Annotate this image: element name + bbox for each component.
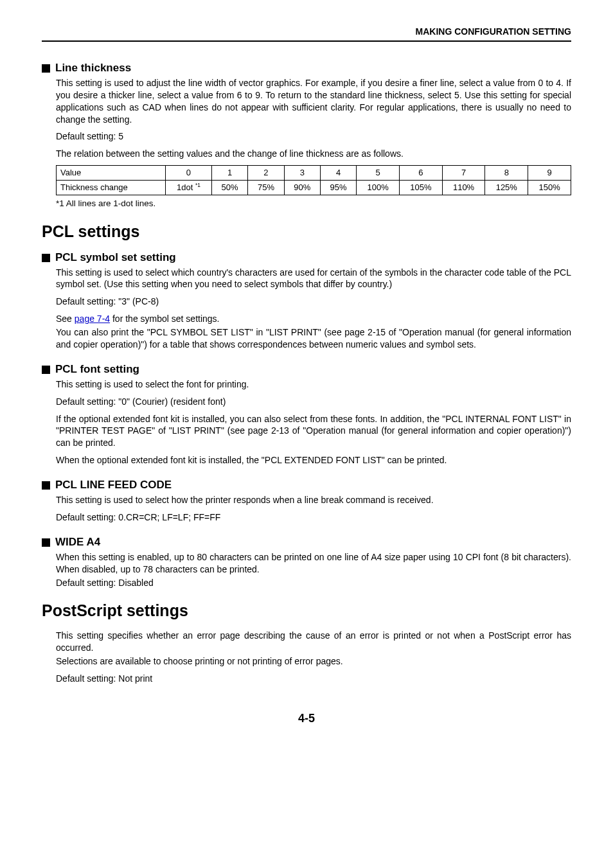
heading-postscript: PostScript settings <box>42 600 571 622</box>
pcl-symbol-body2: You can also print the "PCL SYMBOL SET L… <box>56 326 571 351</box>
postscript-default: Default setting: Not print <box>56 673 571 685</box>
cell-value: 5 <box>357 166 400 181</box>
pcl-symbol-desc: This setting is used to select which cou… <box>56 267 571 291</box>
cell-value: 0 <box>165 166 211 181</box>
bullet-square-icon <box>42 481 50 490</box>
postscript-desc: This setting specifies whether an error … <box>56 630 571 654</box>
see-prefix: See <box>56 314 75 324</box>
body-postscript: This setting specifies whether an error … <box>42 630 571 685</box>
cell-value: 2 <box>248 166 284 181</box>
postscript-body2: Selections are available to choose print… <box>56 655 571 668</box>
line-thickness-desc: This setting is used to adjust the line … <box>56 77 571 126</box>
bullet-square-icon <box>42 64 50 73</box>
cell-change: 75% <box>248 180 284 195</box>
cell-value: 4 <box>320 166 356 181</box>
pcl-symbol-default: Default setting: "3" (PC-8) <box>56 296 571 308</box>
bullet-square-icon <box>42 538 50 547</box>
cell-value: 3 <box>284 166 320 181</box>
line-thickness-default: Default setting: 5 <box>56 130 571 143</box>
cell-change: 150% <box>528 180 571 195</box>
cell-change-text: 1dot <box>177 182 195 192</box>
wide-a4-desc: When this setting is enabled, up to 80 c… <box>56 551 571 576</box>
heading-row: PCL LINE FEED CODE <box>42 478 571 493</box>
cell-change: 105% <box>399 180 442 195</box>
pcl-font-body2: If the optional extended font kit is ins… <box>56 413 571 450</box>
cell-value: 9 <box>528 166 571 181</box>
body-wide-a4: When this setting is enabled, up to 80 c… <box>42 551 571 589</box>
pcl-symbol-see: See page 7-4 for the symbol set settings… <box>56 313 571 325</box>
cell-change: 90% <box>284 180 320 195</box>
section-pcl-symbol: PCL symbol set setting This setting is u… <box>42 251 571 351</box>
page-number: 4-5 <box>42 711 571 726</box>
heading-row: Line thickness <box>42 61 571 76</box>
heading-pcl-linefeed: PCL LINE FEED CODE <box>55 478 172 493</box>
section-pcl-linefeed: PCL LINE FEED CODE This setting is used … <box>42 478 571 524</box>
section-pcl-font: PCL font setting This setting is used to… <box>42 362 571 466</box>
section-line-thickness: Line thickness This setting is used to a… <box>42 61 571 209</box>
section-wide-a4: WIDE A4 When this setting is enabled, up… <box>42 535 571 589</box>
cell-value: 7 <box>442 166 485 181</box>
heading-line-thickness: Line thickness <box>55 61 131 76</box>
heading-wide-a4: WIDE A4 <box>55 535 100 550</box>
table-footnote: *1 All lines are 1-dot lines. <box>42 198 571 209</box>
wide-a4-default: Default setting: Disabled <box>56 577 571 589</box>
bullet-square-icon <box>42 254 50 262</box>
cell-change: 95% <box>320 180 356 195</box>
pcl-font-desc: This setting is used to select the font … <box>56 378 571 391</box>
heading-pcl-font: PCL font setting <box>55 362 139 377</box>
cell-change: 50% <box>211 180 247 195</box>
pcl-font-default: Default setting: "0" (Courier) (resident… <box>56 396 571 408</box>
heading-row: PCL font setting <box>42 362 571 377</box>
header-title: MAKING CONFIGURATION SETTING <box>42 26 571 38</box>
table-row: Thickness change 1dot *1 50% 75% 90% 95%… <box>57 180 571 195</box>
cell-value: 1 <box>211 166 247 181</box>
cell-change: 100% <box>357 180 400 195</box>
pcl-font-body3: When the optional extended font kit is i… <box>56 454 571 466</box>
table-line-thickness: Value 0 1 2 3 4 5 6 7 8 9 Thickness chan… <box>56 165 571 195</box>
table-row: Value 0 1 2 3 4 5 6 7 8 9 <box>57 166 571 181</box>
cell-change: 1dot *1 <box>165 180 211 195</box>
body-line-thickness: This setting is used to adjust the line … <box>42 77 571 160</box>
cell-change-label: Thickness change <box>57 180 166 195</box>
cell-change: 125% <box>485 180 528 195</box>
cell-value-label: Value <box>57 166 166 181</box>
cell-value: 6 <box>399 166 442 181</box>
heading-pcl-settings: PCL settings <box>42 221 571 243</box>
page-header: MAKING CONFIGURATION SETTING <box>42 26 571 42</box>
footnote-ref: *1 <box>195 182 200 188</box>
pcl-lf-default: Default setting: 0.CR=CR; LF=LF; FF=FF <box>56 511 571 524</box>
body-pcl-linefeed: This setting is used to select how the p… <box>42 494 571 524</box>
cell-value: 8 <box>485 166 528 181</box>
heading-row: PCL symbol set setting <box>42 251 571 265</box>
pcl-lf-desc: This setting is used to select how the p… <box>56 494 571 506</box>
cell-change: 110% <box>442 180 485 195</box>
body-pcl-symbol: This setting is used to select which cou… <box>42 267 571 351</box>
body-pcl-font: This setting is used to select the font … <box>42 378 571 466</box>
bullet-square-icon <box>42 366 50 374</box>
line-thickness-relation: The relation between the setting values … <box>56 148 571 160</box>
heading-pcl-symbol: PCL symbol set setting <box>55 251 176 265</box>
see-suffix: for the symbol set settings. <box>110 314 219 324</box>
link-page-7-4[interactable]: page 7-4 <box>75 314 110 324</box>
heading-row: WIDE A4 <box>42 535 571 550</box>
